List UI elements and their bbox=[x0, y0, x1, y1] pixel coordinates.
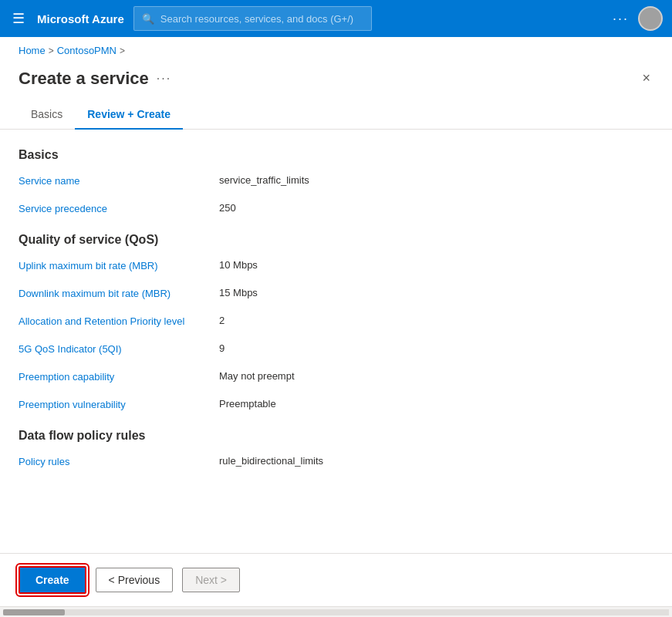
bottom-bar: Create < Previous Next > bbox=[0, 553, 672, 606]
field-uplink-mbr: Uplink maximum bit rate (MBR) 10 Mbps bbox=[19, 259, 653, 278]
field-label-5qi: 5G QoS Indicator (5QI) bbox=[19, 342, 219, 355]
field-label-service-precedence: Service precedence bbox=[19, 202, 219, 214]
hamburger-icon[interactable]: ☰ bbox=[9, 7, 28, 30]
horizontal-scrollbar[interactable] bbox=[0, 606, 672, 617]
page-header: Create a service ··· × bbox=[0, 61, 672, 102]
tab-review-create[interactable]: Review + Create bbox=[75, 102, 183, 130]
field-label-arp-level: Allocation and Retention Priority level bbox=[19, 315, 219, 327]
field-label-policy-rules: Policy rules bbox=[19, 455, 219, 467]
field-value-policy-rules: rule_bidirectional_limits bbox=[219, 455, 323, 467]
scrollbar-thumb[interactable] bbox=[3, 609, 65, 615]
field-downlink-mbr: Downlink maximum bit rate (MBR) 15 Mbps bbox=[19, 287, 653, 305]
field-preemption-capability: Preemption capability May not preempt bbox=[19, 370, 653, 389]
nav-more-button[interactable]: ··· bbox=[613, 11, 629, 27]
field-value-preemption-vulnerability: Preemptable bbox=[219, 398, 276, 410]
basics-section-title: Basics bbox=[19, 148, 653, 162]
data-flow-section-title: Data flow policy rules bbox=[19, 429, 653, 443]
search-icon: 🔍 bbox=[142, 13, 154, 25]
breadcrumb-home[interactable]: Home bbox=[19, 45, 46, 56]
field-label-preemption-capability: Preemption capability bbox=[19, 370, 219, 383]
breadcrumb-sep-2: > bbox=[120, 46, 125, 56]
field-policy-rules: Policy rules rule_bidirectional_limits bbox=[19, 455, 653, 474]
search-input[interactable] bbox=[160, 13, 364, 25]
field-5qi: 5G QoS Indicator (5QI) 9 bbox=[19, 342, 653, 361]
field-value-uplink-mbr: 10 Mbps bbox=[219, 259, 258, 271]
breadcrumb: Home > ContosoPMN > bbox=[0, 37, 672, 61]
field-arp-level: Allocation and Retention Priority level … bbox=[19, 315, 653, 333]
breadcrumb-contosopmn[interactable]: ContosoPMN bbox=[57, 45, 117, 56]
scrollbar-track[interactable] bbox=[3, 609, 669, 615]
field-preemption-vulnerability: Preemption vulnerability Preemptable bbox=[19, 398, 653, 416]
breadcrumb-sep-1: > bbox=[49, 46, 54, 56]
page-more-button[interactable]: ··· bbox=[157, 72, 171, 86]
tab-basics[interactable]: Basics bbox=[19, 102, 75, 130]
field-value-downlink-mbr: 15 Mbps bbox=[219, 287, 258, 298]
field-label-service-name: Service name bbox=[19, 174, 219, 187]
top-navigation: ☰ Microsoft Azure 🔍 ··· bbox=[0, 0, 672, 37]
tabs-bar: Basics Review + Create bbox=[0, 102, 672, 130]
qos-section-title: Quality of service (QoS) bbox=[19, 233, 653, 247]
main-container: Home > ContosoPMN > Create a service ···… bbox=[0, 37, 672, 617]
search-bar[interactable]: 🔍 bbox=[133, 6, 373, 31]
content-area: Basics Service name service_traffic_limi… bbox=[0, 130, 672, 553]
next-button[interactable]: Next > bbox=[182, 568, 240, 592]
close-button[interactable]: × bbox=[639, 67, 653, 89]
basics-section: Basics Service name service_traffic_limi… bbox=[19, 148, 653, 221]
field-label-uplink-mbr: Uplink maximum bit rate (MBR) bbox=[19, 259, 219, 271]
create-button[interactable]: Create bbox=[19, 566, 86, 594]
previous-button[interactable]: < Previous bbox=[96, 568, 174, 592]
data-flow-section: Data flow policy rules Policy rules rule… bbox=[19, 429, 653, 474]
page-title: Create a service bbox=[19, 69, 149, 89]
field-value-service-name: service_traffic_limits bbox=[219, 174, 309, 186]
app-title: Microsoft Azure bbox=[37, 12, 124, 25]
field-label-preemption-vulnerability: Preemption vulnerability bbox=[19, 398, 219, 410]
field-value-service-precedence: 250 bbox=[219, 202, 236, 214]
field-value-preemption-capability: May not preempt bbox=[219, 370, 295, 382]
field-service-precedence: Service precedence 250 bbox=[19, 202, 653, 221]
avatar[interactable] bbox=[638, 6, 663, 31]
qos-section: Quality of service (QoS) Uplink maximum … bbox=[19, 233, 653, 416]
field-service-name: Service name service_traffic_limits bbox=[19, 174, 653, 193]
field-value-5qi: 9 bbox=[219, 342, 225, 354]
field-value-arp-level: 2 bbox=[219, 315, 225, 326]
field-label-downlink-mbr: Downlink maximum bit rate (MBR) bbox=[19, 287, 219, 299]
